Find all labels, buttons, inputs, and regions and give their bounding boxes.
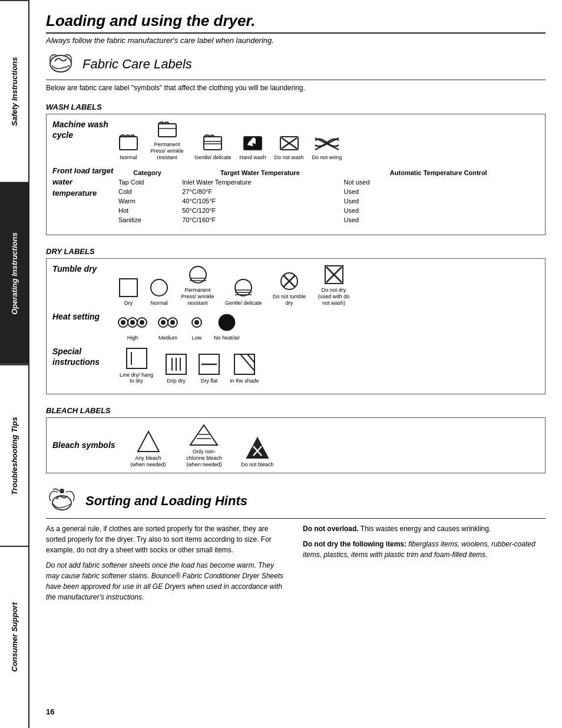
svg-point-30 (140, 320, 144, 325)
tumble-dry-symbols: Dry Normal Permanent Press/ wr (117, 263, 539, 306)
tumble-dry-label: Tumble dry (52, 263, 117, 274)
symbol-donot-wash: Do not wash (275, 132, 304, 161)
symbol-perm-press-label: Permanent Press/ wrinkle resistant (148, 141, 186, 160)
sorting-header: Sorting and Loading Hints (46, 486, 546, 519)
bleach-labels-heading: BLEACH LABELS (46, 406, 546, 415)
dry-labels-box: Tumble dry Dry Normal (46, 258, 546, 394)
svg-point-57 (59, 489, 64, 493)
main-content: Loading and using the dryer. Always foll… (29, 0, 562, 728)
symbol-dry: Dry (117, 276, 140, 307)
water-temp-table: Category Target Water Temperature Automa… (117, 167, 539, 225)
svg-rect-46 (234, 354, 254, 374)
wash-cycle-label: Machine wash cycle (52, 119, 117, 140)
symbol-gentle-label: Gentle/ delicate (194, 154, 232, 161)
tumble-dry-row: Tumble dry Dry Normal (52, 263, 539, 306)
bleach-symbols: Any bleach (when needed) Only non-chlori… (129, 423, 274, 467)
symbol-donot-bleach: Do not bleach (241, 436, 274, 468)
sorting-content: As a general rule, if clothes are sorted… (46, 523, 546, 607)
symbol-heat-none: No heat/air (214, 311, 240, 341)
water-temp-label: Front load target water temperature (52, 165, 117, 199)
col-auto-temp: Automatic Temperature Control (344, 169, 538, 177)
svg-point-28 (121, 320, 125, 325)
svg-marker-53 (247, 438, 268, 458)
sorting-icon (46, 486, 78, 516)
water-temp-row: Sanitize70°C/160°FUsed (118, 216, 538, 224)
heat-setting-label: Heat setting (52, 311, 117, 322)
svg-rect-38 (127, 348, 147, 368)
sorting-col1-p2: Do not add fabric softener sheets once t… (46, 560, 289, 602)
svg-rect-2 (158, 124, 176, 137)
symbol-any-bleach: Any bleach (when needed) (129, 429, 167, 468)
symbol-nonchlor-bleach: Only non-chlorine bleach (when needed) (185, 423, 223, 467)
fabric-care-icon (46, 51, 75, 77)
sidebar-section-operating: Operating Instructions (0, 182, 28, 364)
sorting-col1-p1: As a general rule, if clothes are sorted… (46, 523, 289, 555)
svg-line-47 (247, 354, 254, 363)
svg-point-11 (151, 279, 167, 296)
heat-setting-row: Heat setting High (52, 311, 539, 341)
sorting-col1: As a general rule, if clothes are sorted… (46, 523, 289, 607)
symbol-dry-normal: Normal (148, 276, 170, 307)
sidebar: Safety Instructions Operating Instructio… (0, 0, 29, 728)
sidebar-section-safety: Safety Instructions (0, 0, 28, 182)
dry-labels-heading: DRY LABELS (46, 247, 546, 256)
symbol-donot-wash-label: Do not wash (275, 154, 304, 161)
sidebar-section-consumer: Consumer Support (0, 546, 28, 728)
special-instructions-label: Special instructions (52, 346, 117, 367)
water-temp-row: Front load target water temperature Cate… (52, 165, 539, 225)
special-symbols: Line dry/ hang to dry Drip dry (117, 346, 539, 385)
fabric-care-title: Fabric Care Labels (82, 57, 192, 72)
svg-point-34 (170, 320, 175, 325)
symbol-dry-gentle: Gentle/ delicate (225, 276, 262, 307)
symbol-dry-perm: Permanent Press/ wrinkle resistant (178, 263, 217, 306)
col-category: Category (118, 169, 181, 177)
bleach-labels-box: Bleach symbols Any bleach (when needed) (46, 417, 546, 473)
symbol-normal-label: Normal (120, 154, 137, 161)
symbol-shade: In the shade (230, 352, 259, 384)
water-temp-row: Tap ColdInlet Water TemperatureNot used (118, 178, 538, 186)
svg-point-15 (235, 279, 252, 296)
svg-marker-50 (190, 425, 217, 445)
fabric-care-desc: Below are fabric care label "symbols" th… (46, 84, 546, 92)
symbol-donot-wring-label: Do not wring (312, 154, 342, 161)
symbol-heat-low: Low (188, 311, 206, 341)
page-subtitle: Always follow the fabric manufacturer's … (46, 36, 546, 45)
symbol-donot-wring: Do not wring (312, 132, 342, 161)
page-title: Loading and using the dryer. (46, 12, 546, 34)
symbol-normal: Normal (117, 132, 140, 161)
special-instructions-row: Special instructions Line dry/ hang to d… (52, 346, 539, 385)
symbol-donot-tumble: Do not tumble dry (270, 270, 309, 307)
symbol-perm-press: Permanent Press/ wrinkle resistant (148, 119, 186, 160)
wash-labels-box: Machine wash cycle Normal (46, 114, 546, 235)
svg-marker-49 (138, 431, 159, 452)
water-temp-row: Warm40°C/105°FUsed (118, 197, 538, 205)
symbol-gentle: Gentle/ delicate (194, 132, 232, 161)
bleach-symbols-label: Bleach symbols (52, 440, 117, 450)
wash-symbols: Normal Permanent Press/ wrinkle resistan… (117, 119, 539, 160)
wash-cycle-row: Machine wash cycle Normal (52, 119, 539, 160)
svg-point-36 (194, 320, 199, 325)
heat-symbols: High Medium (117, 311, 539, 341)
sorting-col2-p1: Do not overload. This wastes energy and … (303, 523, 546, 534)
symbol-handwash: Hand wash (240, 132, 266, 161)
sidebar-section-troubleshooting: Troubleshooting Tips (0, 364, 28, 546)
bleach-row: Bleach symbols Any bleach (when needed) (52, 423, 539, 467)
col-target-temp: Target Water Temperature (182, 169, 342, 177)
svg-point-0 (50, 55, 71, 72)
water-temp-row: Cold27°C/80°FUsed (118, 187, 538, 196)
svg-rect-10 (120, 279, 137, 297)
svg-point-37 (219, 314, 235, 331)
symbol-heat-high: High (117, 311, 148, 341)
symbol-heat-medium: Medium (156, 311, 180, 341)
symbol-line-dry: Line dry/ hang to dry (117, 346, 156, 385)
svg-rect-3 (204, 137, 222, 150)
svg-line-48 (240, 354, 254, 371)
svg-rect-1 (120, 137, 137, 150)
sorting-col2-p2: Do not dry the following items: fibergla… (303, 539, 546, 560)
wash-labels-heading: WASH LABELS (46, 103, 546, 111)
water-temp-row: Hot50°C/120°FUsed (118, 206, 538, 215)
svg-point-33 (161, 320, 166, 325)
symbol-dry-flat: Dry flat (197, 352, 222, 384)
fabric-care-header: Fabric Care Labels (46, 51, 546, 80)
svg-point-29 (130, 320, 135, 325)
